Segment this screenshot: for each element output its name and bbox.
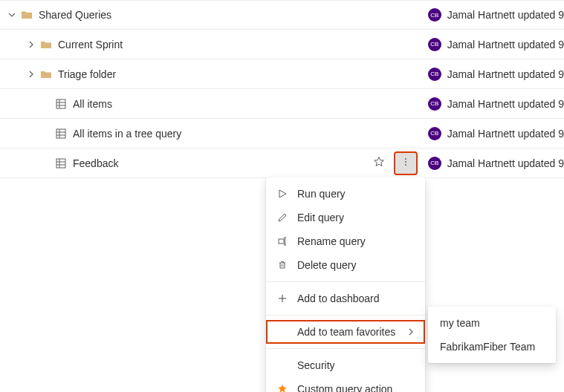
menu-label: Edit query <box>297 212 415 223</box>
avatar: CB <box>428 68 441 81</box>
menu-edit-query[interactable]: Edit query <box>266 206 425 229</box>
menu-add-team-favorites[interactable]: Add to team favorites <box>266 320 425 344</box>
menu-separator <box>266 348 425 349</box>
menu-security[interactable]: Security <box>266 353 425 377</box>
avatar: CB <box>428 97 441 111</box>
modified-text: Jamal Hartnett updated 9 <box>447 98 564 110</box>
avatar: CB <box>428 127 441 140</box>
avatar: CB <box>428 38 441 51</box>
star-icon <box>373 156 385 170</box>
tree-label: Triage folder <box>58 68 116 80</box>
modified-text: Jamal Hartnett updated 9 <box>447 9 564 21</box>
svg-rect-4 <box>56 129 65 138</box>
tree-row-feedback[interactable]: Feedback CB Jamal Hartnett updated 9 <box>0 148 564 178</box>
modified-cell: CB Jamal Hartnett updated 9 <box>422 127 564 140</box>
modified-cell: CB Jamal Hartnett updated 9 <box>422 157 564 170</box>
query-icon <box>55 157 67 169</box>
favorite-button[interactable] <box>369 153 389 174</box>
tree-row-current-sprint[interactable]: Current Sprint CB Jamal Hartnett updated… <box>0 30 564 59</box>
rename-icon <box>276 235 288 247</box>
menu-rename-query[interactable]: Rename query <box>266 229 425 253</box>
chevron-right-icon <box>407 326 415 338</box>
trash-icon <box>276 259 288 271</box>
modified-cell: CB Jamal Hartnett updated 9 <box>422 97 564 111</box>
tree-row-shared-queries[interactable]: Shared Queries CB Jamal Hartnett updated… <box>0 0 564 30</box>
tree-row-all-items[interactable]: All items CB Jamal Hartnett updated 9 <box>0 89 564 119</box>
tree-row-all-items-tree[interactable]: All items in a tree query CB Jamal Hartn… <box>0 119 564 148</box>
play-icon <box>276 188 288 200</box>
avatar: CB <box>428 157 441 170</box>
chevron-right-icon[interactable] <box>25 68 37 80</box>
menu-label: Delete query <box>297 259 415 271</box>
modified-text: Jamal Hartnett updated 9 <box>447 39 564 50</box>
tree-row-triage-folder[interactable]: Triage folder CB Jamal Hartnett updated … <box>0 59 564 89</box>
avatar: CB <box>428 8 441 22</box>
plus-icon <box>276 293 288 304</box>
menu-label: Add to team favorites <box>297 326 398 338</box>
query-icon <box>55 128 67 140</box>
menu-separator <box>266 315 425 316</box>
svg-rect-0 <box>56 99 65 108</box>
star-orange-icon <box>276 383 288 392</box>
submenu-my-team[interactable]: my team <box>428 311 556 335</box>
chevron-right-icon[interactable] <box>25 39 37 50</box>
menu-add-dashboard[interactable]: Add to dashboard <box>266 287 425 310</box>
context-menu: Run query Edit query Rename query Delete… <box>266 177 425 392</box>
query-tree: Shared Queries CB Jamal Hartnett updated… <box>0 0 564 178</box>
modified-cell: CB Jamal Hartnett updated 9 <box>422 38 564 51</box>
tree-label: All items in a tree query <box>73 128 181 140</box>
tree-label: Feedback <box>73 157 118 169</box>
svg-rect-8 <box>56 159 65 168</box>
menu-label: Add to dashboard <box>297 293 415 304</box>
menu-label: Rename query <box>297 235 415 247</box>
modified-text: Jamal Hartnett updated 9 <box>447 157 564 169</box>
folder-icon <box>40 39 52 50</box>
tree-label: Shared Queries <box>39 9 111 21</box>
modified-cell: CB Jamal Hartnett updated 9 <box>422 68 564 81</box>
chevron-down-icon[interactable] <box>6 9 18 21</box>
menu-label: Run query <box>297 188 415 200</box>
menu-custom-query-action[interactable]: Custom query action <box>266 377 425 392</box>
modified-text: Jamal Hartnett updated 9 <box>447 128 564 140</box>
tree-label: Current Sprint <box>58 39 123 50</box>
svg-point-14 <box>405 164 406 166</box>
pencil-icon <box>276 212 288 223</box>
folder-icon <box>21 9 33 21</box>
menu-label: Security <box>297 359 415 371</box>
query-icon <box>55 98 67 110</box>
menu-separator <box>266 281 425 282</box>
menu-label: Custom query action <box>297 383 415 392</box>
submenu-label: FabrikamFiber Team <box>440 341 535 353</box>
modified-text: Jamal Hartnett updated 9 <box>447 68 564 80</box>
modified-cell: CB Jamal Hartnett updated 9 <box>422 8 564 22</box>
svg-rect-15 <box>279 239 284 244</box>
more-actions-button[interactable] <box>395 153 416 174</box>
more-vertical-icon <box>401 157 411 169</box>
menu-delete-query[interactable]: Delete query <box>266 253 425 277</box>
svg-point-12 <box>405 158 406 160</box>
team-favorites-submenu: my team FabrikamFiber Team <box>428 307 556 363</box>
tree-label: All items <box>73 98 112 110</box>
folder-icon <box>40 68 52 80</box>
svg-point-13 <box>405 161 406 163</box>
submenu-fabrikamfiber-team[interactable]: FabrikamFiber Team <box>428 335 556 359</box>
menu-run-query[interactable]: Run query <box>266 182 425 206</box>
submenu-label: my team <box>440 317 480 329</box>
